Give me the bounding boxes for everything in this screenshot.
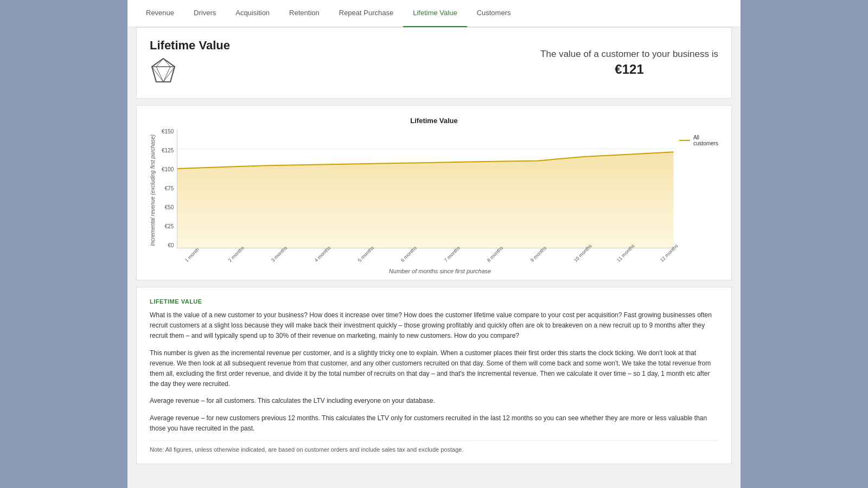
info-paragraph-1: What is the value of a new customer to y… [150,310,718,342]
x-tick-8: 8 months [486,248,501,263]
y-tick-100: €100 [162,167,174,172]
page-title: Lifetime Value [150,38,230,53]
chart-plot [177,129,674,248]
tab-retention[interactable]: Retention [279,0,329,27]
chart-title: Lifetime Value [150,117,718,125]
value-display: The value of a customer to your business… [540,49,718,77]
legend-item-all-customers: Allcustomers [679,134,718,146]
y-tick-50: €50 [162,205,174,210]
chart-legend: Allcustomers [674,129,718,146]
x-tick-3: 3 months [270,248,285,263]
legend-label: Allcustomers [693,134,718,146]
info-paragraph-3: Average revenue – for all customers. Thi… [150,396,718,406]
x-tick-2: 2 months [227,248,242,263]
y-tick-125: €125 [162,148,174,153]
info-paragraph-2: This number is given as the incremental … [150,348,718,390]
x-tick-6: 6 months [400,248,415,263]
legend-line-icon [679,140,690,141]
x-axis-title: Number of months since first purchase [162,268,718,274]
navigation-bar: Revenue Drivers Acquisition Retention Re… [127,0,741,27]
y-tick-0: €0 [162,243,174,248]
chart-svg [177,129,674,248]
y-axis-label: Incremental revenue (excluding first pur… [150,134,157,246]
y-tick-25: €25 [162,224,174,229]
y-axis-ticks: €0 €25 €50 €75 €100 €125 €150 [162,129,177,248]
tab-revenue[interactable]: Revenue [136,0,184,27]
tab-drivers[interactable]: Drivers [184,0,226,27]
tab-lifetime-value[interactable]: Lifetime Value [403,0,467,27]
x-tick-9: 9 months [529,248,545,263]
info-section-title: LIFETIME VALUE [150,298,718,305]
note-text: Note: All figures, unless otherwise indi… [150,440,718,453]
x-tick-10: 10 months [572,248,588,263]
tab-customers[interactable]: Customers [467,0,521,27]
x-tick-4: 4 months [314,248,329,263]
x-tick-7: 7 months [443,248,458,263]
value-label: The value of a customer to your business… [540,49,718,60]
x-axis-labels: 1 month 2 months 3 months 4 months 5 mon… [183,253,675,258]
y-tick-75: €75 [162,186,174,191]
info-card: LIFETIME VALUE What is the value of a ne… [136,287,732,464]
x-tick-12: 12 months [659,248,674,263]
tab-repeat-purchase[interactable]: Repeat Purchase [329,0,403,27]
y-tick-150: €150 [162,129,174,134]
chart-card: Lifetime Value Incremental revenue (excl… [136,105,732,280]
x-tick-5: 5 months [356,248,372,263]
header-card: Lifetime Value [136,27,732,99]
tab-acquisition[interactable]: Acquisition [226,0,279,27]
x-tick-11: 11 months [616,248,631,263]
diamond-icon [150,57,177,87]
info-paragraph-4: Average revenue – for new customers prev… [150,413,718,434]
value-amount: €121 [540,62,718,77]
x-tick-1: 1 month [184,248,199,263]
